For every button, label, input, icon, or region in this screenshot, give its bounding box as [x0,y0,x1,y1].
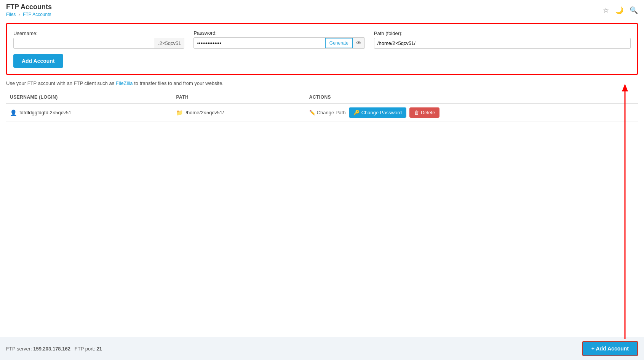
username-input[interactable] [14,38,155,48]
path-value: /home/2×5qcv51/ [185,110,224,115]
ftp-port-value: 21 [96,346,102,352]
header-icons: ☆ 🌙 🔍 [603,6,638,14]
page-title: FTP Accounts [6,3,52,11]
col-path: PATH [172,91,305,103]
actions-cell: ✏️ Change Path 🔑 Change Password 🗑 Delet… [305,103,638,122]
form-row: Username: .2×5qcv51 Password: Generate 👁 [13,30,631,49]
table-head: USERNAME (LOGIN) PATH ACTIONS [6,91,638,103]
table-header-row: USERNAME (LOGIN) PATH ACTIONS [6,91,638,103]
username-value: fdfdfdggfdgfd.2×5qcv51 [19,110,71,115]
col-actions: ACTIONS [305,91,638,103]
password-input-wrapper: Generate 👁 [193,37,364,49]
path-input[interactable] [374,38,631,49]
page-header: FTP Accounts Files › FTP Accounts ☆ 🌙 🔍 [0,0,644,18]
trash-icon: 🗑 [414,110,419,115]
search-icon[interactable]: 🔍 [630,6,638,14]
add-account-button[interactable]: Add Account [13,54,63,68]
footer: FTP server: 159.203.178.162 FTP port: 21… [0,337,644,360]
info-suffix: to transfer files to and from your websi… [133,80,224,86]
breadcrumb-separator: › [19,12,20,17]
header-left: FTP Accounts Files › FTP Accounts [6,3,52,17]
folder-icon: 📁 [176,109,183,116]
table-row: 👤fdfdfdggfdgfd.2×5qcv51📁/home/2×5qcv51/ … [6,103,638,122]
password-group: Password: Generate 👁 [193,30,364,49]
generate-button[interactable]: Generate [325,38,353,48]
path-cell: 📁/home/2×5qcv51/ [172,103,305,122]
ftp-port-label: FTP port: [75,346,95,352]
col-username: USERNAME (LOGIN) [6,91,172,103]
ftp-server-label: FTP server: [6,346,32,352]
pencil-icon: ✏️ [309,110,315,115]
path-label: Path (folder): [374,30,631,36]
accounts-table: USERNAME (LOGIN) PATH ACTIONS 👤fdfdfdggf… [6,91,638,122]
change-password-label: Change Password [361,110,402,115]
change-password-button[interactable]: 🔑 Change Password [349,107,406,118]
info-prefix: Use your FTP account with an FTP client … [6,80,116,86]
path-group: Path (folder): [374,30,631,49]
change-path-label: Change Path [317,110,346,115]
username-group: Username: .2×5qcv51 [13,30,184,49]
table-body: 👤fdfdfdggfdgfd.2×5qcv51📁/home/2×5qcv51/ … [6,103,638,122]
ftp-server-value: 159.203.178.162 [33,346,70,352]
info-text: Use your FTP account with an FTP client … [6,80,638,86]
username-label: Username: [13,30,184,36]
password-label: Password: [193,30,364,36]
add-account-form-box: Username: .2×5qcv51 Password: Generate 👁 [6,23,638,75]
eye-icon: 👁 [356,40,361,46]
filezilla-link[interactable]: FileZilla [116,80,133,86]
delete-label: Delete [421,110,435,115]
breadcrumb-parent[interactable]: Files [6,12,16,17]
user-cell: 👤fdfdfdggfdgfd.2×5qcv51 [6,103,172,122]
breadcrumb-current[interactable]: FTP Accounts [23,12,51,17]
star-icon[interactable]: ☆ [603,6,609,14]
password-input[interactable] [194,38,325,48]
footer-info: FTP server: 159.203.178.162 FTP port: 21 [6,346,102,352]
change-path-button[interactable]: ✏️ Change Path [309,110,346,115]
delete-button[interactable]: 🗑 Delete [409,107,440,118]
footer-add-account-button[interactable]: + Add Account [582,341,638,356]
username-input-wrapper: .2×5qcv51 [13,38,184,49]
main-content: Username: .2×5qcv51 Password: Generate 👁 [0,18,644,126]
key-icon: 🔑 [353,110,360,115]
username-suffix: .2×5qcv51 [155,38,184,48]
moon-icon[interactable]: 🌙 [615,6,623,14]
user-icon: 👤 [10,109,17,116]
breadcrumb: Files › FTP Accounts [6,12,52,17]
eye-button[interactable]: 👁 [353,38,364,48]
